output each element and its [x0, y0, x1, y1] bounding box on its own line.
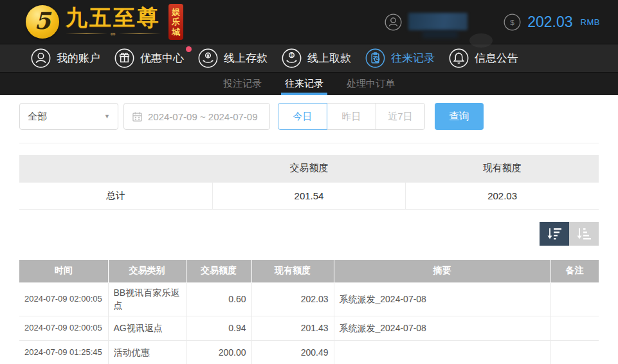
calendar-icon [132, 111, 143, 122]
cell-current-balance: 200.49 [251, 340, 334, 364]
cell-transaction-amount: 0.60 [186, 283, 251, 316]
sort-controls [19, 222, 599, 246]
balance-currency: RMB [581, 17, 600, 27]
col-header-time: 时间 [19, 260, 108, 283]
cell-type: BB视讯百家乐返点 [108, 283, 186, 316]
cell-current-balance: 201.43 [251, 316, 334, 340]
summary-table: 交易额度 现有额度 总计 201.54 202.03 [19, 155, 599, 210]
category-select-value: 全部 [28, 111, 47, 123]
withdraw-coin-icon: $ [282, 48, 302, 68]
user-account-chip[interactable] [385, 11, 473, 33]
section-divider [19, 143, 599, 143]
records-table: 时间 交易类别 交易额度 现有额度 摘要 备注 2024-07-09 02:00… [19, 260, 599, 364]
nav-item-label: 线上存款 [224, 51, 268, 66]
summary-total-row: 总计 201.54 202.03 [19, 182, 599, 209]
table-row: 2024-07-09 02:00:05 AG视讯返点 0.94 201.43 系… [19, 316, 599, 340]
cell-time: 2024-07-09 01:25:45 [19, 340, 108, 364]
nav-item-announcements[interactable]: 信息公告 [449, 48, 521, 68]
cell-remark [550, 283, 599, 316]
dollar-coin-icon: $ [504, 14, 521, 31]
nav-item-label: 我的账户 [57, 51, 100, 66]
summary-header-empty [19, 155, 212, 182]
cell-time: 2024-07-09 02:00:05 [19, 283, 108, 316]
table-row: 2024-07-09 02:00:05 BB视讯百家乐返点 0.60 202.0… [19, 283, 599, 316]
user-icon [385, 14, 402, 31]
nav-item-label: 往来记录 [391, 51, 435, 66]
range-button-last7days[interactable]: 近7日 [376, 103, 425, 130]
header-right: $ 202.03 RMB [385, 11, 600, 33]
sort-descending-button[interactable] [540, 222, 569, 246]
decorative-shadow [469, 33, 493, 48]
brand-name: 九五至尊 [66, 6, 161, 30]
logo-circle-icon: 5 [26, 5, 59, 39]
cell-type: 活动优惠 [108, 340, 186, 364]
notification-dot [186, 46, 192, 52]
balance-amount: 202.03 [527, 14, 572, 31]
summary-total-current-balance: 202.03 [406, 182, 599, 209]
tab-label: 往来记录 [285, 78, 323, 90]
summary-header-transaction-amount: 交易额度 [212, 155, 405, 182]
col-header-remark: 备注 [550, 260, 599, 283]
tab-pending-orders[interactable]: 处理中订单 [343, 73, 399, 95]
top-header: 5 九五至尊 ∞ 娱乐城 [0, 0, 618, 44]
summary-total-label: 总计 [19, 182, 212, 209]
nav-item-promotions[interactable]: 优惠中心 [114, 48, 186, 68]
flourish-glyph: ∞ [111, 30, 116, 37]
cell-time: 2024-07-09 02:00:05 [19, 316, 108, 340]
sort-descending-icon [547, 226, 562, 241]
nav-item-deposit[interactable]: 线上存款 [198, 48, 270, 68]
cell-transaction-amount: 200.00 [186, 340, 251, 364]
cell-summary: 系统派发_2024-07-08 [334, 316, 550, 340]
cell-current-balance: 202.03 [251, 283, 334, 316]
nav-item-label: 优惠中心 [140, 51, 184, 66]
col-header-current-balance: 现有额度 [251, 260, 334, 283]
summary-header-current-balance: 现有额度 [406, 155, 599, 182]
cell-remark [550, 316, 599, 340]
deposit-coin-icon [198, 48, 218, 68]
summary-header-row: 交易额度 现有额度 [19, 155, 599, 182]
range-button-yesterday[interactable]: 昨日 [327, 103, 376, 130]
cell-summary [334, 340, 550, 364]
nav-item-label: 线上取款 [307, 51, 351, 66]
sort-ascending-icon [576, 226, 592, 241]
date-range-input[interactable]: 2024-07-09 ~ 2024-07-09 [123, 103, 270, 130]
cell-summary: 系统派发_2024-07-08 [334, 283, 550, 316]
logo-monogram: 5 [34, 7, 50, 34]
logo-text: 九五至尊 ∞ [66, 6, 161, 37]
nav-item-label: 信息公告 [475, 51, 518, 66]
user-icon [31, 48, 51, 68]
tab-betting-records[interactable]: 投注记录 [219, 73, 266, 95]
cell-remark [550, 340, 599, 364]
main-nav: 我的账户 优惠中心 线上存款 $ 线上取款 [0, 44, 618, 73]
tab-transaction-records[interactable]: 往来记录 [281, 73, 327, 95]
date-range-value: 2024-07-09 ~ 2024-07-09 [148, 111, 258, 122]
site-logo[interactable]: 5 九五至尊 ∞ 娱乐城 [26, 4, 183, 41]
svg-text:$: $ [510, 17, 514, 26]
username-redacted [408, 11, 473, 33]
nav-item-withdraw[interactable]: $ 线上取款 [282, 48, 354, 68]
col-header-summary: 摘要 [334, 260, 550, 283]
tab-label: 处理中订单 [347, 78, 395, 90]
logo-badge: 娱乐城 [168, 4, 183, 41]
category-select[interactable]: 全部 ▼ [19, 103, 118, 130]
col-header-type: 交易类别 [108, 260, 186, 283]
records-header-row: 时间 交易类别 交易额度 现有额度 摘要 备注 [19, 260, 599, 283]
nav-item-my-account[interactable]: 我的账户 [31, 48, 103, 68]
balance-chip[interactable]: $ 202.03 RMB [504, 14, 600, 31]
svg-text:$: $ [291, 53, 293, 57]
cell-transaction-amount: 0.94 [186, 316, 251, 340]
query-button[interactable]: 查询 [435, 103, 484, 130]
tab-label: 投注记录 [223, 78, 262, 90]
sub-nav: 投注记录 往来记录 处理中订单 [0, 73, 618, 95]
logo-flourish: ∞ [66, 30, 161, 37]
gift-icon [114, 48, 134, 68]
range-button-today[interactable]: 今日 [278, 103, 327, 130]
nav-item-transactions[interactable]: 往来记录 [365, 48, 437, 68]
sort-ascending-button[interactable] [569, 222, 599, 246]
cell-type: AG视讯返点 [108, 316, 186, 340]
records-clipboard-icon [365, 48, 385, 68]
bell-icon [449, 48, 469, 68]
quick-range-group: 今日 昨日 近7日 [278, 103, 425, 130]
summary-total-transaction-amount: 201.54 [212, 182, 405, 209]
filter-row: 全部 ▼ 2024-07-09 ~ 2024-07-09 今日 昨日 近7日 查… [19, 103, 599, 130]
